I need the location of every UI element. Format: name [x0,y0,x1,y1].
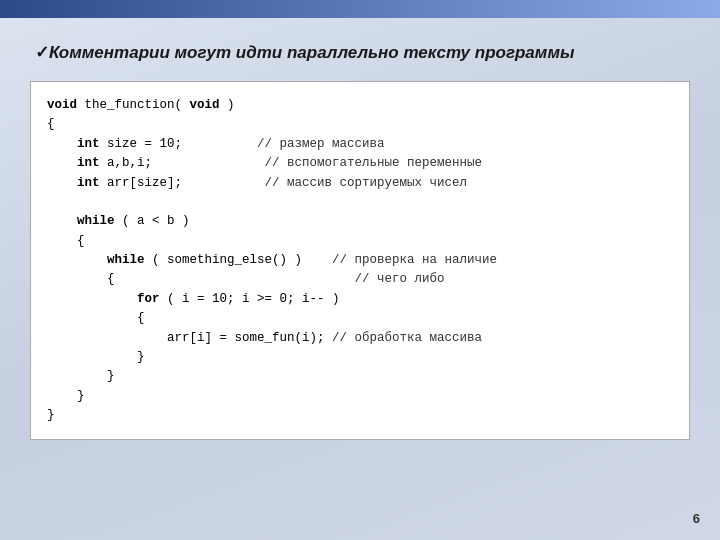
code-line-7: while ( a < b ) [47,212,673,231]
code-line-2: { [47,115,673,134]
header-bar [0,0,720,18]
code-text: { [47,232,85,251]
code-text: ) [220,96,235,115]
code-line-15: } [47,367,673,386]
code-line-1: void the_function( void ) [47,96,673,115]
code-text [47,154,77,173]
code-text: } [47,367,115,386]
code-text: ( something_else() ) [145,251,333,270]
code-text: a,b,i; [100,154,265,173]
code-text [47,193,55,212]
code-text: } [47,348,145,367]
code-text: arr[size]; [100,174,265,193]
page-number: 6 [693,511,700,526]
code-text: the_function( [77,96,190,115]
keyword-while1: while [77,212,115,231]
keyword-void: void [47,96,77,115]
keyword-void2: void [190,96,220,115]
code-line-8: { [47,232,673,251]
code-line-12: { [47,309,673,328]
code-line-10: { // чего либо [47,270,673,289]
code-line-13: arr[i] = some_fun(i); // обработка масси… [47,329,673,348]
comment-2: // вспомогательные переменные [265,154,483,173]
code-line-9: while ( something_else() ) // проверка н… [47,251,673,270]
code-text: { [47,115,55,134]
code-text: size = 10; [100,135,258,154]
code-text: ( i = 10; i >= 0; i-- ) [160,290,340,309]
comment-3: // массив сортируемых чисел [265,174,468,193]
code-line-3: int size = 10; // размер массива [47,135,673,154]
code-text: arr[i] = some_fun(i); [47,329,332,348]
slide-title: ✓Комментарии могут идти параллельно текс… [30,42,690,63]
keyword-for: for [137,290,160,309]
code-line-17: } [47,406,673,425]
code-text: { [47,270,355,289]
code-block: void the_function( void ) { int size = 1… [30,81,690,440]
code-text [47,212,77,231]
code-line-14: } [47,348,673,367]
code-line-4: int a,b,i; // вспомогательные переменные [47,154,673,173]
code-line-5: int arr[size]; // массив сортируемых чис… [47,174,673,193]
code-text: { [47,309,145,328]
slide-container: ✓Комментарии могут идти параллельно текс… [0,0,720,540]
code-text [47,251,107,270]
code-text [47,135,77,154]
comment-6: // обработка массива [332,329,482,348]
code-text: } [47,387,85,406]
keyword-int2: int [77,154,100,173]
code-line-6 [47,193,673,212]
keyword-while2: while [107,251,145,270]
comment-5: // чего либо [355,270,445,289]
keyword-int1: int [77,135,100,154]
comment-1: // размер массива [257,135,385,154]
code-line-16: } [47,387,673,406]
code-text: ( a < b ) [115,212,190,231]
code-text [47,290,137,309]
code-line-11: for ( i = 10; i >= 0; i-- ) [47,290,673,309]
checkmark-icon: ✓ [35,43,49,62]
code-text [47,174,77,193]
code-text: } [47,406,55,425]
keyword-int3: int [77,174,100,193]
comment-4: // проверка на наличие [332,251,497,270]
